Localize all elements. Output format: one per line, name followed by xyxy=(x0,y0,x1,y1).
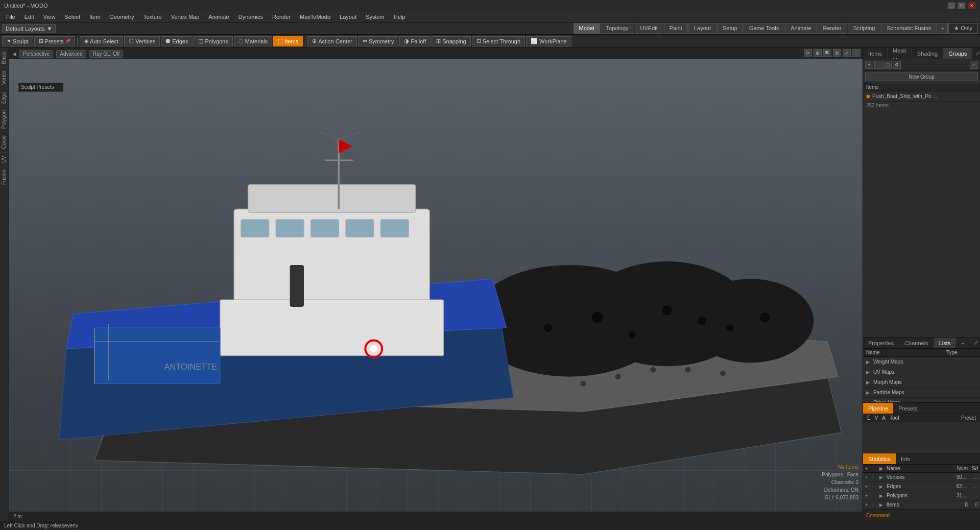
prop-expand-button[interactable]: ⤢ xyxy=(970,339,980,347)
presets-button[interactable]: ⊞ Presets 📌 xyxy=(34,36,75,46)
vert-tab-fusion[interactable]: Fusion xyxy=(0,166,9,188)
prop-tab-channels[interactable]: Channels xyxy=(899,338,934,348)
action-center-button[interactable]: ⊕ Action Center xyxy=(307,36,357,46)
vertices-button[interactable]: ⬡ Vertices xyxy=(124,36,160,46)
tab-scripting[interactable]: Scripting xyxy=(848,23,881,34)
rp-tab-items[interactable]: Items xyxy=(863,48,888,59)
list-item-other-maps[interactable]: ▶ Other Maps xyxy=(863,398,980,402)
menu-vertex-map[interactable]: Vertex Map xyxy=(167,13,204,21)
rp-tab-groups[interactable]: Groups xyxy=(943,48,972,59)
add-tab-button[interactable]: + xyxy=(938,23,948,34)
vert-tab-curve[interactable]: Curve xyxy=(0,132,9,152)
menu-select[interactable]: Select xyxy=(60,13,84,21)
symmetry-button[interactable]: ⇔ Symmetry xyxy=(358,36,399,46)
polygons-button[interactable]: ◫ Polygons xyxy=(194,36,232,46)
close-button[interactable]: ✕ xyxy=(968,2,976,9)
vp-icon-3[interactable]: 🔍 xyxy=(823,49,831,57)
prop-tab-lists[interactable]: Lists xyxy=(934,338,957,348)
menu-file[interactable]: File xyxy=(2,13,19,21)
vp-nav-left[interactable]: ◀ xyxy=(12,51,16,57)
tab-model[interactable]: Model xyxy=(573,23,600,34)
menu-system[interactable]: System xyxy=(362,13,389,21)
list-item-particle-maps[interactable]: ▶ Particle Maps xyxy=(863,388,980,398)
stats-tab-info[interactable]: Info xyxy=(896,453,915,464)
tab-game-tools[interactable]: Game Tools xyxy=(744,23,785,34)
menu-view[interactable]: View xyxy=(39,13,60,21)
items-expand-btn[interactable]: ⤢ xyxy=(970,61,978,69)
list-item[interactable]: ⬢ Push_Boat_Ship_with_Po ... xyxy=(863,91,980,102)
items-list[interactable]: ⬢ Push_Boat_Ship_with_Po ... 252 Items xyxy=(863,91,980,337)
stats-row-polygons[interactable]: + - ▶ Polygons 31.... .... xyxy=(863,491,980,500)
vp-icon-4[interactable]: ⚙ xyxy=(833,49,841,57)
action-center-icon: ⊕ xyxy=(312,38,317,44)
vert-tab-polygon[interactable]: Polygon xyxy=(0,107,9,132)
menu-animate[interactable]: Animate xyxy=(204,13,233,21)
items-add-button[interactable]: + xyxy=(865,61,873,69)
stats-tab-statistics[interactable]: Statistics xyxy=(863,453,896,464)
tab-paint[interactable]: Paint xyxy=(664,23,688,34)
menu-dynamics[interactable]: Dynamics xyxy=(234,13,267,21)
star-only-button[interactable]: ★ Only xyxy=(948,23,978,34)
vp-icon-2[interactable]: ⊕ xyxy=(814,49,822,57)
workplane-button[interactable]: ⬜ WorkPlane xyxy=(526,36,571,46)
pipeline-tab-pipeline[interactable]: Pipeline xyxy=(863,403,893,414)
items-icon-btn[interactable]: ⬚ xyxy=(883,61,892,69)
items-minus-button[interactable]: - xyxy=(874,61,882,69)
menu-edit[interactable]: Edit xyxy=(20,13,38,21)
tab-animate[interactable]: Animate xyxy=(785,23,817,34)
snapping-button[interactable]: ⊞ Snapping xyxy=(432,36,471,46)
svg-point-28 xyxy=(650,367,656,373)
stats-row-vertices[interactable]: + - ▶ Vertices 30.... .... xyxy=(863,473,980,482)
menu-geometry[interactable]: Geometry xyxy=(105,13,138,21)
list-item-uv-maps[interactable]: ▶ UV Maps xyxy=(863,367,980,377)
vert-tab-uv[interactable]: UV xyxy=(0,152,9,166)
raygl-button[interactable]: Ray GL: Off xyxy=(89,50,124,58)
menu-render[interactable]: Render xyxy=(268,13,295,21)
stats-row-edges[interactable]: + - ▶ Edges 62.... .... xyxy=(863,482,980,491)
pipeline-tab-presets[interactable]: Presets xyxy=(893,403,922,414)
layout-dropdown[interactable]: Default Layouts ▼ xyxy=(2,24,56,33)
prop-tab-properties[interactable]: Properties xyxy=(863,338,899,348)
viewport[interactable]: ◀ Perspective Advanced Ray GL: Off ⟳ ⊕ 🔍… xyxy=(9,48,863,521)
materials-button[interactable]: ◌ Materials xyxy=(234,36,273,46)
list-item-morph-maps[interactable]: ▶ Morph Maps xyxy=(863,377,980,388)
vert-tab-edge[interactable]: Edge xyxy=(0,88,9,107)
rp-tab-shading[interactable]: Shading xyxy=(912,48,943,59)
minimize-button[interactable]: _ xyxy=(947,2,955,9)
menu-help[interactable]: Help xyxy=(390,13,410,21)
new-group-button[interactable]: New Group xyxy=(865,73,978,81)
tab-uvedit[interactable]: UVEdit xyxy=(635,23,663,34)
prop-tab-extra[interactable]: + xyxy=(956,338,970,348)
stats-column-header: + - ▶ Name Num Sd xyxy=(863,465,980,473)
tab-topology[interactable]: Topology xyxy=(601,23,634,34)
menu-item[interactable]: Item xyxy=(85,13,104,21)
list-item-weight-maps[interactable]: ▶ Weight Maps xyxy=(863,357,980,367)
vp-icon-expand[interactable]: ⤢ xyxy=(843,49,851,57)
edges-button[interactable]: ⬣ Edges xyxy=(161,36,193,46)
menu-maxtomodo[interactable]: MaxToModo xyxy=(296,13,334,21)
separator-1 xyxy=(77,37,78,46)
sculpt-button[interactable]: ✦ Sculpt xyxy=(2,36,33,46)
perspective-button[interactable]: Perspective xyxy=(19,50,53,58)
falloff-button[interactable]: ◑ Falloff xyxy=(399,36,431,46)
vert-tab-basic[interactable]: Basic xyxy=(0,48,9,67)
auto-select-button[interactable]: ◈ Auto Select xyxy=(80,36,123,46)
items-button[interactable]: ⬚ Items xyxy=(273,36,303,46)
tab-layout[interactable]: Layout xyxy=(688,23,716,34)
tab-schematic-fusion[interactable]: Schematic Fusion xyxy=(881,23,937,34)
vp-icon-1[interactable]: ⟳ xyxy=(804,49,812,57)
channels-label: Channels: 0 xyxy=(822,478,858,486)
rp-tab-mesh[interactable]: Mesh .... xyxy=(888,48,912,59)
menu-texture[interactable]: Texture xyxy=(139,13,166,21)
vp-icon-5[interactable]: ⬚ xyxy=(852,49,861,57)
vert-tab-vertex[interactable]: Vertex xyxy=(0,67,9,88)
items-settings-btn[interactable]: ⚙ xyxy=(893,61,901,69)
maximize-button[interactable]: □ xyxy=(958,2,966,9)
tab-setup[interactable]: Setup xyxy=(717,23,743,34)
menu-layout[interactable]: Layout xyxy=(336,13,361,21)
tab-render[interactable]: Render xyxy=(818,23,847,34)
rp-expand-button[interactable]: ⤢ xyxy=(972,50,980,57)
stats-row-items[interactable]: + - ▶ Items 8 0 xyxy=(863,500,980,510)
select-through-button[interactable]: ⊡ Select Through xyxy=(472,36,525,46)
advanced-button[interactable]: Advanced xyxy=(56,50,86,58)
